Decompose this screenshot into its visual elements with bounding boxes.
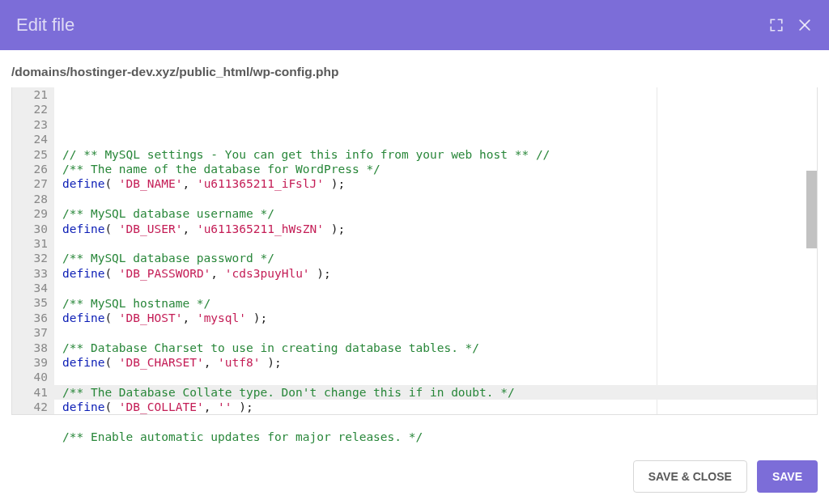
save-and-close-button[interactable]: SAVE & CLOSE <box>633 460 747 493</box>
code-line[interactable]: define( 'DB_CHARSET', 'utf8' ); <box>62 355 817 370</box>
code-line[interactable]: define( 'DB_COLLATE', '' ); <box>62 400 817 414</box>
code-line[interactable]: define( 'DB_PASSWORD', 'cds3puyHlu' ); <box>62 266 817 281</box>
code-line[interactable] <box>62 281 817 295</box>
code-line[interactable]: define('WP_AUTO_UPDATE_CORE', true); <box>62 444 817 446</box>
line-number: 23 <box>12 117 48 132</box>
footer: SAVE & CLOSE SAVE <box>0 446 829 504</box>
line-number: 22 <box>12 102 48 116</box>
header-actions <box>769 17 813 33</box>
file-path-bar: /domains/hostinger-dev.xyz/public_html/w… <box>0 50 829 87</box>
line-number: 26 <box>12 162 48 176</box>
code-line[interactable]: /** MySQL hostname */ <box>62 296 817 311</box>
line-number: 39 <box>12 355 48 370</box>
line-number: 35 <box>12 295 48 310</box>
line-gutter: 2122232425262728293031323334353637383940… <box>12 87 54 414</box>
line-number: 25 <box>12 147 48 162</box>
code-line[interactable]: /** MySQL database username */ <box>62 206 817 221</box>
code-line[interactable]: define( 'DB_USER', 'u611365211_hWsZN' ); <box>62 222 817 236</box>
code-line[interactable] <box>62 415 817 430</box>
code-line[interactable]: /** Enable automatic updates for major r… <box>62 430 817 444</box>
dialog-title: Edit file <box>16 15 74 36</box>
code-line[interactable] <box>62 370 817 384</box>
line-number: 31 <box>12 236 48 251</box>
code-line[interactable]: // ** MySQL settings - You can get this … <box>62 147 817 162</box>
dialog-header: Edit file <box>0 0 829 50</box>
fullscreen-icon[interactable] <box>769 18 784 32</box>
code-area[interactable]: // ** MySQL settings - You can get this … <box>54 87 817 414</box>
line-number: 38 <box>12 341 48 355</box>
line-number: 32 <box>12 251 48 265</box>
code-line[interactable]: /** Database Charset to use in creating … <box>62 341 817 355</box>
line-number: 34 <box>12 281 48 295</box>
editor-container: 2122232425262728293031323334353637383940… <box>0 87 829 446</box>
code-line[interactable]: define( 'DB_HOST', 'mysql' ); <box>62 311 817 325</box>
line-number: 37 <box>12 325 48 340</box>
code-line[interactable]: /** The Database Collate type. Don't cha… <box>62 385 817 400</box>
line-number: 28 <box>12 192 48 206</box>
code-line[interactable]: /** The name of the database for WordPre… <box>62 162 817 176</box>
code-line[interactable]: /** MySQL database password */ <box>62 251 817 265</box>
code-content[interactable]: // ** MySQL settings - You can get this … <box>62 147 817 446</box>
line-number: 29 <box>12 206 48 221</box>
code-line[interactable] <box>62 192 817 206</box>
line-number: 40 <box>12 370 48 384</box>
line-number: 41 <box>12 385 48 400</box>
line-number: 27 <box>12 176 48 191</box>
line-number: 30 <box>12 222 48 236</box>
code-line[interactable] <box>62 325 817 340</box>
line-number: 42 <box>12 400 48 414</box>
file-path: /domains/hostinger-dev.xyz/public_html/w… <box>11 65 818 79</box>
line-number: 24 <box>12 132 48 146</box>
line-number: 33 <box>12 266 48 281</box>
line-number: 21 <box>12 87 48 102</box>
line-number: 36 <box>12 311 48 325</box>
code-line[interactable]: define( 'DB_NAME', 'u611365211_iFslJ' ); <box>62 176 817 191</box>
code-line[interactable] <box>62 236 817 251</box>
code-editor[interactable]: 2122232425262728293031323334353637383940… <box>11 87 818 415</box>
close-icon[interactable] <box>797 17 813 33</box>
save-button[interactable]: SAVE <box>757 460 818 493</box>
